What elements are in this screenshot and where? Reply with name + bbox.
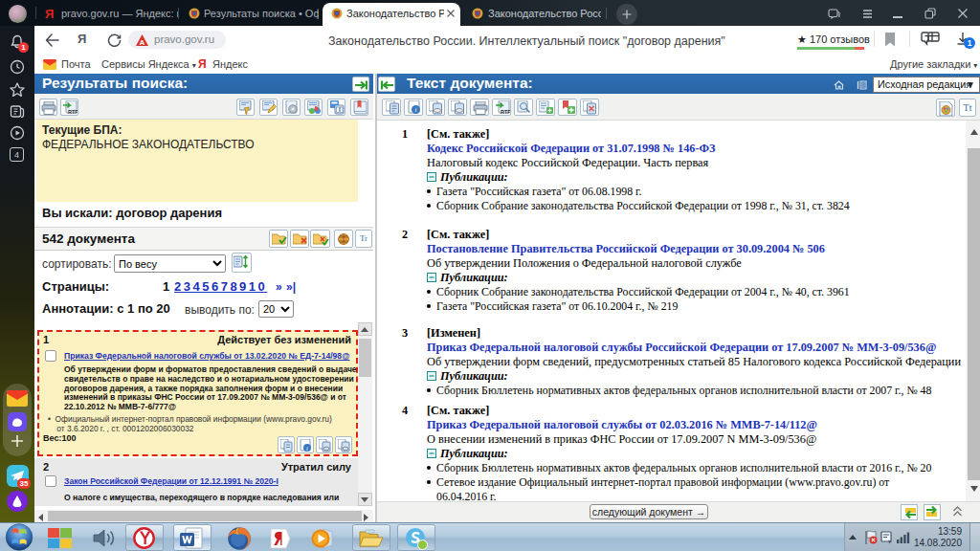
svg-text:RTF: RTF [68,109,78,115]
svg-text:i: i [414,106,416,114]
svg-text:i: i [306,444,308,451]
svg-text:A: A [140,37,145,46]
svg-text:RTF: RTF [501,109,510,115]
